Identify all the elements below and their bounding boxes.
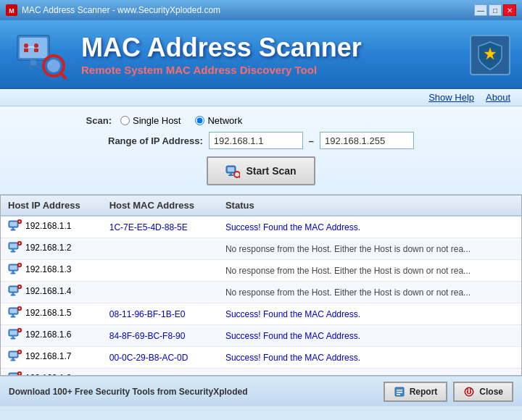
- scan-type-row: Scan: Single Host Network: [17, 115, 505, 126]
- scan-type-radio-group: Single Host Network: [120, 115, 242, 126]
- cell-status: Success! Found the MAC Address.: [218, 216, 521, 238]
- header-text: MAC Address Scanner Remote System MAC Ad…: [81, 33, 458, 76]
- footer-buttons: Report Close: [384, 382, 513, 402]
- svg-rect-50: [10, 309, 17, 314]
- svg-rect-9: [34, 49, 38, 52]
- ip-address: 192.168.1.6: [25, 329, 71, 340]
- scan-config: Scan: Single Host Network Range of IP Ad…: [0, 106, 522, 195]
- table-row: 192.168.1.7 00-0C-29-B8-AC-0DSuccess! Fo…: [1, 347, 521, 369]
- ip-address: 192.168.1.8: [25, 373, 71, 376]
- svg-rect-80: [397, 394, 400, 395]
- svg-rect-38: [11, 273, 16, 274]
- network-radio[interactable]: [195, 116, 204, 125]
- app-title: MAC Address Scanner: [81, 33, 458, 62]
- ip-range-row: Range of IP Address: –: [17, 132, 505, 149]
- security-badge: [470, 35, 510, 75]
- cell-mac[interactable]: 84-8F-69-BC-F8-90: [102, 325, 218, 347]
- svg-rect-52: [11, 316, 16, 318]
- svg-rect-24: [11, 230, 16, 231]
- mac-address-link[interactable]: 84-8F-69-BC-F8-90: [109, 331, 186, 341]
- cell-mac[interactable]: 1C-7E-E5-4D-88-5E: [102, 216, 218, 238]
- cell-mac: [102, 238, 218, 260]
- cell-ip: 192.168.1.8: [1, 369, 102, 377]
- host-icon: [8, 328, 22, 341]
- host-icon: [8, 219, 22, 232]
- single-host-option[interactable]: Single Host: [120, 115, 181, 126]
- svg-rect-31: [11, 251, 16, 253]
- table-row: 192.168.1.6 84-8F-69-BC-F8-90Success! Fo…: [1, 325, 521, 347]
- app-subtitle: Remote System MAC Address Discovery Tool: [81, 64, 458, 76]
- cell-ip: 192.168.1.6: [1, 325, 102, 347]
- minimize-button[interactable]: —: [474, 4, 487, 16]
- close-window-button[interactable]: ✕: [503, 4, 516, 16]
- power-icon: [463, 386, 475, 398]
- svg-rect-64: [10, 353, 17, 357]
- ip-address: 192.168.1.7: [25, 351, 71, 361]
- table-row: 192.168.1.4 No response from the Host. E…: [1, 282, 521, 303]
- svg-rect-78: [397, 390, 402, 391]
- table-row: 192.168.1.5 08-11-96-BF-1B-E0Success! Fo…: [1, 303, 521, 325]
- mac-address-link[interactable]: 00-0C-29-B8-AC-0D: [109, 353, 188, 363]
- cell-mac: [102, 282, 218, 303]
- svg-line-20: [239, 177, 240, 178]
- about-menu[interactable]: About: [486, 92, 510, 103]
- results-table: Host IP Address Host MAC Address Status …: [1, 196, 521, 376]
- table-header-row: Host IP Address Host MAC Address Status: [1, 196, 521, 216]
- show-help-menu[interactable]: Show Help: [428, 92, 474, 103]
- host-icon: [8, 285, 22, 298]
- report-icon: [394, 386, 405, 398]
- svg-rect-57: [10, 331, 17, 335]
- svg-rect-5: [26, 65, 41, 68]
- ip-end-input[interactable]: [320, 132, 414, 149]
- shield-icon: [474, 39, 506, 71]
- title-bar-left: M MAC Address Scanner - www.SecurityXplo…: [6, 4, 220, 16]
- network-option[interactable]: Network: [195, 115, 242, 126]
- cell-mac: [102, 260, 218, 282]
- svg-point-6: [24, 43, 28, 48]
- cell-mac[interactable]: 00-0C-29-B8-AC-0D: [102, 347, 218, 369]
- maximize-button[interactable]: □: [489, 4, 502, 16]
- ip-address: 192.168.1.3: [25, 264, 71, 274]
- close-button[interactable]: Close: [453, 382, 513, 402]
- svg-point-12: [47, 59, 60, 72]
- cell-status: Success! Found the MAC Address.: [218, 347, 521, 369]
- cell-mac: [102, 369, 218, 377]
- app-header: MAC Address Scanner Remote System MAC Ad…: [0, 20, 522, 89]
- svg-rect-71: [10, 374, 17, 377]
- host-icon: [8, 263, 22, 276]
- col-status-header: Status: [218, 196, 521, 216]
- svg-rect-3: [20, 38, 47, 58]
- footer-text: Download 100+ Free Security Tools from S…: [9, 387, 248, 397]
- svg-rect-66: [11, 360, 16, 361]
- start-scan-label: Start Scan: [246, 165, 296, 177]
- title-bar: M MAC Address Scanner - www.SecurityXplo…: [0, 0, 522, 20]
- col-ip-header: Host IP Address: [1, 196, 102, 216]
- cell-status: No response from the Host. Either the Ho…: [218, 238, 521, 260]
- cell-ip: 192.168.1.3: [1, 260, 102, 282]
- cell-status: Success! Found the MAC Address.: [218, 325, 521, 347]
- svg-rect-79: [397, 392, 402, 393]
- start-scan-button[interactable]: Start Scan: [207, 156, 315, 185]
- col-mac-header: Host MAC Address: [102, 196, 218, 216]
- menu-bar: Show Help About: [0, 89, 522, 106]
- svg-rect-36: [10, 266, 17, 270]
- svg-rect-59: [11, 338, 16, 340]
- network-label: Network: [207, 115, 242, 126]
- ip-start-input[interactable]: [209, 132, 303, 149]
- cell-ip: 192.168.1.2: [1, 238, 102, 260]
- table-row: 192.168.1.1 1C-7E-E5-4D-88-5ESuccess! Fo…: [1, 216, 521, 238]
- mac-address-link[interactable]: 08-11-96-BF-1B-E0: [109, 309, 186, 319]
- ip-address: 192.168.1.2: [25, 243, 71, 253]
- cell-ip: 192.168.1.4: [1, 282, 102, 303]
- app-icon: M: [6, 4, 17, 16]
- mac-address-link[interactable]: 1C-7E-E5-4D-88-5E: [109, 222, 188, 232]
- single-host-radio[interactable]: [120, 116, 130, 125]
- svg-rect-16: [228, 167, 234, 172]
- host-icon: [8, 241, 22, 254]
- svg-text:M: M: [9, 7, 14, 14]
- cell-mac[interactable]: 08-11-96-BF-1B-E0: [102, 303, 218, 325]
- report-button[interactable]: Report: [384, 382, 448, 402]
- svg-rect-29: [10, 244, 17, 248]
- svg-point-8: [34, 43, 38, 48]
- cell-status: Success! Found the MAC Address.: [218, 303, 521, 325]
